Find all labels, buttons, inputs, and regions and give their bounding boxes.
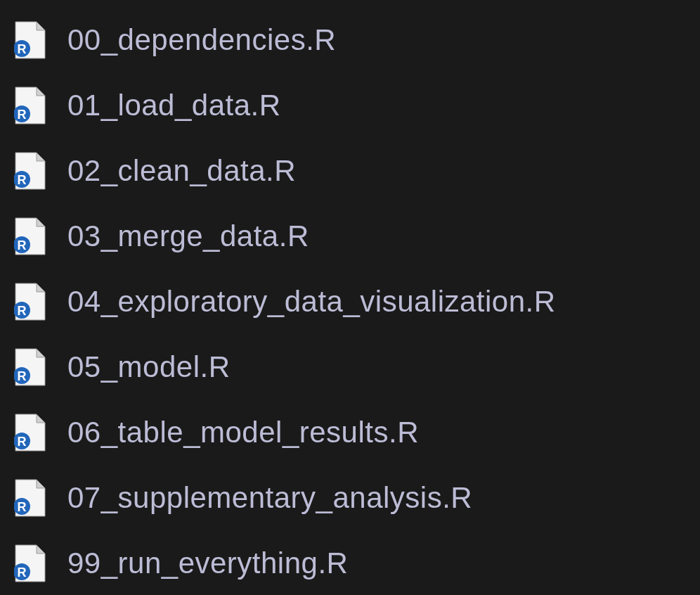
file-name: 07_supplementary_analysis.R xyxy=(67,481,472,515)
file-name: 05_model.R xyxy=(67,350,230,384)
file-item[interactable]: R 01_load_data.R xyxy=(14,72,686,138)
file-name: 03_merge_data.R xyxy=(67,219,309,253)
file-name: 01_load_data.R xyxy=(67,89,281,122)
file-name: 06_table_model_results.R xyxy=(67,416,419,449)
svg-text:R: R xyxy=(18,500,27,514)
svg-text:R: R xyxy=(18,304,27,318)
file-item[interactable]: R 99_run_everything.R xyxy=(14,530,686,595)
svg-text:R: R xyxy=(18,369,27,383)
r-file-icon: R xyxy=(14,86,46,125)
file-name: 99_run_everything.R xyxy=(67,546,348,580)
file-name: 02_clean_data.R xyxy=(67,154,296,188)
svg-text:R: R xyxy=(18,42,27,56)
svg-text:R: R xyxy=(18,565,27,580)
file-list: R 00_dependencies.R R 01_load_data.R R 0… xyxy=(14,7,686,595)
r-file-icon: R xyxy=(14,544,46,583)
r-file-icon: R xyxy=(14,20,46,60)
r-file-icon: R xyxy=(14,413,46,452)
svg-text:R: R xyxy=(18,435,27,449)
r-file-icon: R xyxy=(14,217,46,256)
svg-text:R: R xyxy=(18,238,27,252)
file-item[interactable]: R 00_dependencies.R xyxy=(14,7,686,72)
file-item[interactable]: R 07_supplementary_analysis.R xyxy=(14,465,686,530)
svg-text:R: R xyxy=(18,173,27,187)
file-name: 04_exploratory_data_visualization.R xyxy=(67,285,556,319)
file-item[interactable]: R 04_exploratory_data_visualization.R xyxy=(14,269,686,334)
r-file-icon: R xyxy=(14,347,46,387)
r-file-icon: R xyxy=(14,282,46,321)
r-file-icon: R xyxy=(14,151,46,191)
file-item[interactable]: R 03_merge_data.R xyxy=(14,203,686,269)
file-item[interactable]: R 02_clean_data.R xyxy=(14,138,686,203)
file-name: 00_dependencies.R xyxy=(67,23,336,57)
r-file-icon: R xyxy=(14,478,46,518)
file-item[interactable]: R 06_table_model_results.R xyxy=(14,399,686,465)
svg-text:R: R xyxy=(18,108,27,122)
file-item[interactable]: R 05_model.R xyxy=(14,334,686,399)
